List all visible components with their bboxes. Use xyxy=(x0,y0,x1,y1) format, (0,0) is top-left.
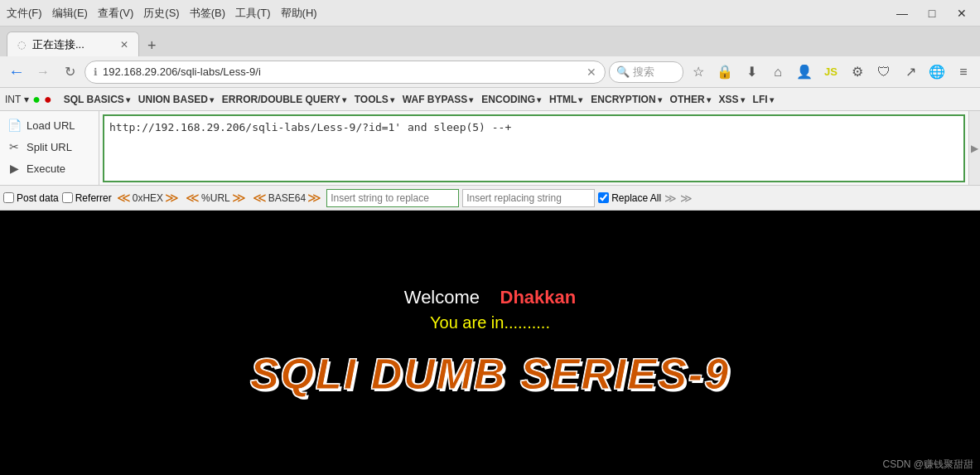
hackbar-tools[interactable]: TOOLS xyxy=(355,94,394,105)
hex-right-arrow: ≫ xyxy=(165,190,179,206)
menu-edit[interactable]: 编辑(E) xyxy=(52,6,88,21)
menu-help[interactable]: 帮助(H) xyxy=(281,6,317,21)
js-btn[interactable]: JS xyxy=(819,61,842,84)
url-right-arrow: ≫ xyxy=(232,190,246,206)
hackbar-encoding[interactable]: ENCODING xyxy=(481,94,541,105)
menu-history[interactable]: 历史(S) xyxy=(143,6,179,21)
share-btn[interactable]: ↗ xyxy=(899,61,922,84)
watermark: CSDN @赚钱聚甜甜 xyxy=(882,458,973,472)
hackbar-waf-bypass[interactable]: WAF BYPASS xyxy=(403,94,473,105)
address-clear-icon[interactable]: ✕ xyxy=(587,65,596,79)
hackbar-collapse-arrow[interactable]: ▶ xyxy=(968,111,980,185)
subtitle-text: You are in.......... xyxy=(430,313,550,332)
hackbar-url-area[interactable] xyxy=(99,111,968,185)
search-placeholder: 搜索 xyxy=(633,65,654,80)
tab-close-icon[interactable]: ✕ xyxy=(120,39,128,51)
user-name: Dhakkan xyxy=(500,287,577,308)
hackbar-union-based[interactable]: UNION BASED xyxy=(138,94,214,105)
hackbar-html[interactable]: HTML xyxy=(549,94,582,105)
hackbar-xss[interactable]: XSS xyxy=(719,94,745,105)
load-url-icon: 📄 xyxy=(7,118,22,133)
split-url-icon: ✂ xyxy=(7,139,22,154)
hackbar-panel: 📄 Load URL ✂ Split URL ▶ Execute ▶ xyxy=(0,111,980,186)
referrer-label: Referrer xyxy=(75,192,112,204)
load-url-button[interactable]: 📄 Load URL xyxy=(0,114,99,136)
close-button[interactable]: ✕ xyxy=(950,4,973,22)
hackbar-sql-basics[interactable]: SQL BASICS xyxy=(64,94,130,105)
status-dot-green: ● xyxy=(32,92,41,107)
search-icon: 🔍 xyxy=(616,65,630,78)
browser-toolbar-icons: ☆ 🔒 ⬇ ⌂ 👤 JS ⚙ 🛡 ↗ 🌐 ≡ xyxy=(687,61,975,84)
back-button[interactable]: ← xyxy=(5,61,28,84)
url-left-arrow: ≪ xyxy=(186,190,200,206)
welcome-message: Welcome Dhakkan xyxy=(404,287,576,308)
forward-button[interactable]: → xyxy=(31,61,55,84)
series-title: SQLI DUMB SERIES-9 xyxy=(250,349,730,399)
address-text: 192.168.29.206/sqli-labs/Less-9/i xyxy=(103,65,582,78)
int-select[interactable]: INT ▾ ● ● xyxy=(5,92,52,107)
home-btn[interactable]: ⌂ xyxy=(766,61,789,84)
globe-btn[interactable]: 🌐 xyxy=(925,61,949,84)
base64-encode-button[interactable]: ≪ BASE64 ≫ xyxy=(251,190,323,206)
address-input-wrap[interactable]: ℹ 192.168.29.206/sqli-labs/Less-9/i ✕ xyxy=(84,61,606,84)
replace-all-label: Replace All xyxy=(611,192,661,204)
url-textarea[interactable] xyxy=(103,114,965,182)
tab-spinner-icon: ◌ xyxy=(17,39,26,51)
status-dot-red: ● xyxy=(44,92,52,107)
post-data-checkbox[interactable]: Post data xyxy=(3,192,59,204)
hackbar-other[interactable]: OTHER xyxy=(670,94,711,105)
tab-bar: ◌ 正在连接... ✕ + xyxy=(0,27,980,56)
int-dropdown-icon: ▾ xyxy=(24,94,29,105)
execute-button[interactable]: ▶ Execute xyxy=(0,158,99,179)
active-tab[interactable]: ◌ 正在连接... ✕ xyxy=(7,32,139,56)
window-controls: — □ ✕ xyxy=(891,4,973,22)
address-bar: ← → ↻ ℹ 192.168.29.206/sqli-labs/Less-9/… xyxy=(0,56,980,88)
post-data-label: Post data xyxy=(17,192,59,204)
replace-string-input[interactable] xyxy=(326,189,459,207)
referrer-check-input[interactable] xyxy=(62,192,73,203)
hackbar-actions: 📄 Load URL ✂ Split URL ▶ Execute xyxy=(0,111,99,185)
menu-bar[interactable]: 文件(F) 编辑(E) 查看(V) 历史(S) 书签(B) 工具(T) 帮助(H… xyxy=(7,6,317,21)
menu-file[interactable]: 文件(F) xyxy=(7,6,42,21)
hackbar-encryption[interactable]: ENCRYPTION xyxy=(591,94,661,105)
menu-bookmarks[interactable]: 书签(B) xyxy=(190,6,225,21)
lock-icon-btn[interactable]: 🔒 xyxy=(713,61,736,84)
hackbar-lfi[interactable]: LFI xyxy=(753,94,774,105)
menu-btn[interactable]: ≡ xyxy=(952,61,975,84)
bookmark-star-button[interactable]: ☆ xyxy=(687,61,710,84)
new-tab-button[interactable]: + xyxy=(142,37,162,55)
bottom-toolbar: Post data Referrer ≪ 0xHEX ≫ ≪ %URL ≫ ≪ … xyxy=(0,186,980,211)
url-encode-label: %URL xyxy=(201,192,230,204)
b64-left-arrow: ≪ xyxy=(253,190,267,206)
base64-label: BASE64 xyxy=(268,192,306,204)
minimize-button[interactable]: — xyxy=(891,4,914,22)
menu-tools[interactable]: 工具(T) xyxy=(235,6,271,21)
maximize-button[interactable]: □ xyxy=(920,4,944,22)
replace-all-check-input[interactable] xyxy=(598,192,609,203)
tab-label: 正在连接... xyxy=(32,37,84,52)
replace-all-checkbox[interactable]: Replace All xyxy=(598,192,661,204)
execute-icon: ▶ xyxy=(7,161,22,176)
download-btn[interactable]: ⬇ xyxy=(740,61,763,84)
split-url-button[interactable]: ✂ Split URL xyxy=(0,136,99,158)
replace-arrow: ≫ xyxy=(664,191,677,205)
int-label: INT xyxy=(5,94,21,105)
search-box[interactable]: 🔍 搜索 xyxy=(609,61,683,83)
url-encode-button[interactable]: ≪ %URL ≫ xyxy=(184,190,248,206)
extension1-btn[interactable]: ⚙ xyxy=(846,61,869,84)
shield-btn[interactable]: 🛡 xyxy=(872,61,896,84)
hackbar-nav: INT ▾ ● ● SQL BASICS UNION BASED ERROR/D… xyxy=(0,88,980,111)
hackbar-error-query[interactable]: ERROR/DOUBLE QUERY xyxy=(222,94,346,105)
avatar-btn[interactable]: 👤 xyxy=(793,61,816,84)
hex-encode-button[interactable]: ≪ 0xHEX ≫ xyxy=(115,190,181,206)
refresh-button[interactable]: ↻ xyxy=(58,61,81,84)
referrer-checkbox[interactable]: Referrer xyxy=(62,192,112,204)
post-data-check-input[interactable] xyxy=(3,192,14,203)
execute-label: Execute xyxy=(27,162,65,175)
split-url-label: Split URL xyxy=(27,141,72,153)
b64-right-arrow: ≫ xyxy=(307,190,321,206)
menu-view[interactable]: 查看(V) xyxy=(98,6,133,21)
replace-arrow2: ≫ xyxy=(680,191,693,205)
replacing-string-input[interactable] xyxy=(462,189,595,207)
title-bar: 文件(F) 编辑(E) 查看(V) 历史(S) 书签(B) 工具(T) 帮助(H… xyxy=(0,0,980,27)
